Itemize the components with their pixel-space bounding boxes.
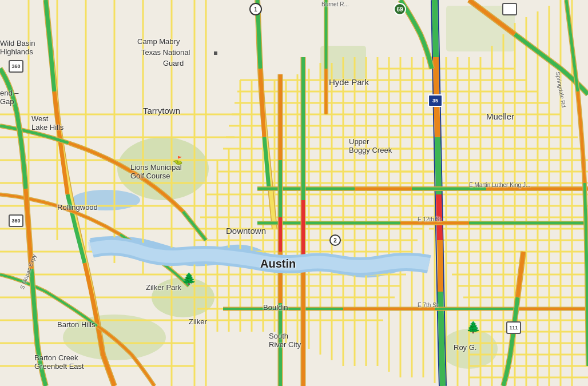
tree-icon-roy-g: 🌲 xyxy=(466,320,480,334)
shield-hwy111: 111 xyxy=(506,321,521,334)
shield-hwy290: 290 xyxy=(502,3,517,15)
map-background xyxy=(0,0,588,386)
golf-icon: ⛳ xyxy=(173,156,182,165)
shield-hwy360b: 360 xyxy=(9,214,23,227)
shield-hwy69: 69 xyxy=(394,3,406,15)
map-container: 1 69 290 35 360 360 2 111 Austin Downtow… xyxy=(0,0,588,386)
camp-mabry-marker xyxy=(214,51,217,55)
tree-icon-zilker: 🌲 xyxy=(182,272,196,285)
shield-i35: 35 xyxy=(428,94,443,107)
shield-hwy2: 2 xyxy=(329,234,341,246)
shield-hwy360a: 360 xyxy=(9,60,23,73)
shield-hwy1: 1 xyxy=(249,3,262,15)
